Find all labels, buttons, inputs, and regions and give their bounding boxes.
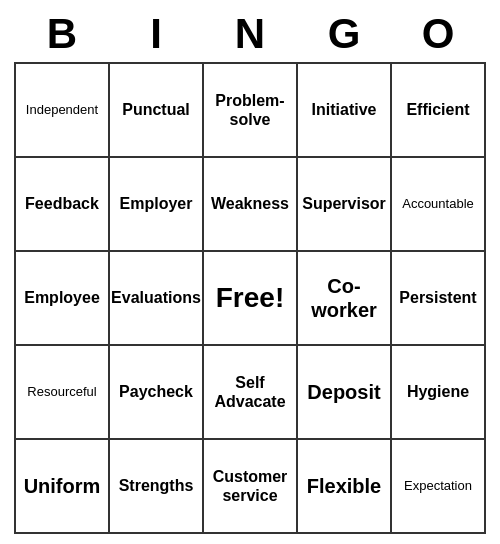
letter-n: N <box>207 10 293 58</box>
bingo-grid: IndependentPunctualProblem-solveInitiati… <box>14 62 486 534</box>
cell-1-2: Weakness <box>204 158 298 252</box>
cell-3-0: Resourceful <box>16 346 110 440</box>
cell-1-1: Employer <box>110 158 204 252</box>
cell-2-1: Evaluations <box>110 252 204 346</box>
cell-3-1: Paycheck <box>110 346 204 440</box>
cell-4-1: Strengths <box>110 440 204 534</box>
cell-4-0: Uniform <box>16 440 110 534</box>
cell-0-3: Initiative <box>298 64 392 158</box>
cell-1-4: Accountable <box>392 158 486 252</box>
cell-2-2: Free! <box>204 252 298 346</box>
cell-0-1: Punctual <box>110 64 204 158</box>
bingo-title: B I N G O <box>15 10 485 58</box>
letter-g: G <box>301 10 387 58</box>
cell-4-4: Expectation <box>392 440 486 534</box>
cell-0-2: Problem-solve <box>204 64 298 158</box>
cell-4-2: Customer service <box>204 440 298 534</box>
cell-1-3: Supervisor <box>298 158 392 252</box>
cell-0-4: Efficient <box>392 64 486 158</box>
cell-3-4: Hygiene <box>392 346 486 440</box>
cell-1-0: Feedback <box>16 158 110 252</box>
cell-2-3: Co-worker <box>298 252 392 346</box>
letter-b: B <box>19 10 105 58</box>
cell-3-2: Self Advacate <box>204 346 298 440</box>
cell-3-3: Deposit <box>298 346 392 440</box>
letter-o: O <box>395 10 481 58</box>
cell-0-0: Independent <box>16 64 110 158</box>
cell-2-4: Persistent <box>392 252 486 346</box>
cell-2-0: Employee <box>16 252 110 346</box>
cell-4-3: Flexible <box>298 440 392 534</box>
letter-i: I <box>113 10 199 58</box>
